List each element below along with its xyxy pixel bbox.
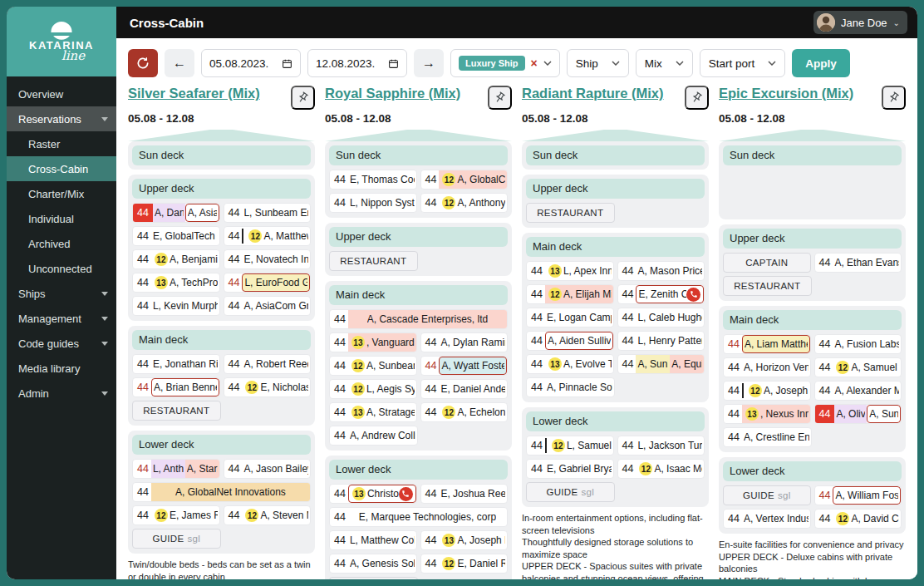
sidebar-item-raster[interactable]: Raster bbox=[7, 131, 116, 156]
cabin-cell[interactable]: 44L, Jackson Turn bbox=[617, 436, 705, 456]
cabin-cell[interactable]: 4412A, Joseph Tu bbox=[723, 381, 811, 401]
cabin-cell[interactable]: 4412A, Samuel Rc bbox=[814, 357, 902, 377]
ship-name-link[interactable]: Silver Seafarer (Mix) bbox=[128, 86, 260, 101]
apply-button[interactable]: Apply bbox=[792, 49, 850, 77]
cabin-cell[interactable]: 44A, Wyatt Foster bbox=[420, 356, 509, 376]
cabin-cell[interactable]: 44A, Vertex Indust bbox=[723, 509, 811, 529]
captain-button[interactable]: CAPTAIN bbox=[723, 253, 811, 273]
cabin-cell[interactable]: 4412E, James Rus bbox=[132, 505, 220, 525]
cabin-cell[interactable]: 4412L, Aegis Syst bbox=[329, 379, 417, 399]
cabin-cell[interactable]: 4412A, Matthew V bbox=[224, 226, 312, 246]
date-from-input[interactable]: 05.08.2023. bbox=[201, 49, 301, 77]
cabin-cell[interactable]: 44A, DanieA, Asial bbox=[132, 203, 220, 223]
cabin-cell[interactable]: 44A, Horizon Venti bbox=[723, 357, 811, 377]
sidebar-item-unconnected[interactable]: Unconnected bbox=[7, 256, 116, 281]
restaurant-button[interactable]: RESTAURANT bbox=[723, 276, 812, 296]
sidebar-item-admin[interactable]: Admin bbox=[7, 381, 116, 406]
sidebar-item-media-library[interactable]: Media library bbox=[7, 356, 116, 381]
cabin-cell[interactable]: 44A, Liam Matthe bbox=[723, 334, 811, 354]
cabin-cell[interactable]: 44E, Gabriel Bryan bbox=[526, 459, 614, 479]
cabin-cell[interactable]: 44A, Genesis Solut bbox=[329, 554, 417, 574]
cabin-cell[interactable]: 44A, Robert Reed bbox=[224, 354, 312, 374]
sidebar-item-cross-cabin[interactable]: Cross-Cabin bbox=[7, 156, 116, 181]
cabin-cell[interactable]: 44L, AnthoA, Starl bbox=[132, 459, 220, 479]
cabin-cell[interactable]: 4412A, Echelon V bbox=[420, 402, 509, 422]
cabin-cell[interactable]: 44E, Thomas Coop bbox=[329, 170, 417, 190]
cabin-cell[interactable]: 44L, Sunbeam Ente bbox=[224, 203, 312, 223]
restaurant-button[interactable]: RESTAURANT bbox=[526, 203, 615, 223]
cabin-cell[interactable]: 44E, Joshua Reed bbox=[420, 484, 509, 504]
cabin-cell[interactable]: 44E, Zenith Co bbox=[617, 284, 705, 304]
next-week-button[interactable]: → bbox=[414, 49, 444, 77]
cabin-cell[interactable]: 44E, Novatech Inc bbox=[224, 249, 312, 269]
cabin-cell[interactable]: 4413L, Apex Innov bbox=[526, 261, 614, 281]
ship-name-link[interactable]: Royal Sapphire (Mix) bbox=[325, 86, 460, 101]
cabin-cell[interactable]: 44A, Alexander Ma bbox=[814, 381, 902, 401]
cabin-cell[interactable]: 44A, GlobalNet Innovations bbox=[132, 482, 311, 502]
cabin-cell[interactable]: 44A, Cascade Enterprises, ltd bbox=[329, 309, 508, 329]
cabin-cell[interactable]: 44A, Andrew Collir bbox=[329, 426, 418, 446]
prev-week-button[interactable]: ← bbox=[165, 49, 194, 77]
start-port-select[interactable]: Start port bbox=[700, 49, 786, 77]
sidebar-item-ships[interactable]: Ships bbox=[7, 281, 116, 306]
chip-remove-icon[interactable]: × bbox=[531, 57, 538, 70]
cabin-cell[interactable]: 4413A, TechPro S bbox=[132, 273, 220, 293]
sidebar-item-overview[interactable]: Overview bbox=[7, 81, 116, 106]
cabin-cell[interactable]: 44A, Mason Price bbox=[617, 261, 705, 281]
sidebar-item-reservations[interactable]: Reservations bbox=[7, 106, 116, 131]
sidebar-item-charter-mix[interactable]: Charter/Mix bbox=[7, 181, 116, 206]
ship-name-link[interactable]: Radiant Rapture (Mix) bbox=[522, 86, 664, 101]
cabin-cell[interactable]: 44E, Logan Campb bbox=[526, 308, 614, 327]
ship-select[interactable]: Ship bbox=[567, 49, 629, 77]
cabin-cell[interactable]: 44L, EuroFood Gn bbox=[224, 273, 312, 293]
cabin-cell[interactable]: 44A, William Foste bbox=[814, 485, 902, 505]
guide-button[interactable]: GUIDEsgl bbox=[329, 577, 418, 579]
cabin-cell[interactable]: 44A, Crestline Ente bbox=[723, 427, 812, 447]
pin-button[interactable] bbox=[488, 86, 512, 110]
cabin-cell[interactable]: 44E, Marquee Technologies, corp bbox=[329, 507, 508, 527]
cabin-cell[interactable]: 4412A, David Coo bbox=[814, 509, 902, 529]
cabin-cell[interactable]: 44L, Kevin Murphy bbox=[132, 296, 220, 316]
cabin-cell[interactable]: 4412A, Isaac Morg bbox=[617, 459, 705, 479]
cabin-cell[interactable]: 44L, Matthew Cole bbox=[329, 530, 417, 550]
cabin-cell[interactable]: 4412A, Elijah Mit bbox=[526, 284, 614, 304]
sidebar-item-code-guides[interactable]: Code guides bbox=[7, 331, 116, 356]
cabin-cell[interactable]: 4413A, Evolve Tec bbox=[526, 354, 614, 374]
cabin-cell[interactable]: 4413, Nexus Innov bbox=[723, 404, 811, 424]
cabin-cell[interactable]: 4412A, Steven Mc bbox=[224, 505, 312, 525]
ship-type-multiselect[interactable]: Luxury Ship × bbox=[450, 49, 560, 77]
mix-select[interactable]: Mix bbox=[636, 49, 693, 77]
cabin-cell[interactable]: 4413A, Joseph Ha bbox=[420, 530, 509, 550]
cabin-cell[interactable]: 44E, GlobalTech C bbox=[132, 226, 220, 246]
cabin-cell[interactable]: 44A, Ethan Evans bbox=[814, 253, 902, 273]
sidebar-item-management[interactable]: Management bbox=[7, 306, 116, 331]
cabin-cell[interactable]: 44A, AsiaCom Gro bbox=[224, 296, 312, 316]
cabin-cell[interactable]: 44E, Daniel Anders bbox=[420, 379, 509, 399]
cabin-cell[interactable]: 4412L, Samuel We bbox=[526, 436, 614, 456]
cabin-cell[interactable]: 44A, Jason Bailey bbox=[224, 459, 312, 479]
restaurant-button[interactable]: RESTAURANT bbox=[132, 401, 221, 421]
ship-name-link[interactable]: Epic Excursion (Mix) bbox=[719, 86, 853, 101]
cabin-cell[interactable]: 44A, Fusion Labs bbox=[814, 334, 902, 354]
cabin-cell[interactable]: 4413Christoph bbox=[329, 484, 417, 504]
cabin-cell[interactable]: 44A, Pinnacle Solu bbox=[526, 377, 615, 397]
user-menu[interactable]: Jane Doe ⌄ bbox=[813, 11, 907, 34]
cabin-cell[interactable]: 4412E, Daniel Ree bbox=[420, 554, 509, 574]
cabin-cell[interactable]: 44A, OliveA, Sunb bbox=[814, 404, 902, 424]
cabin-cell[interactable]: 4412A, Benjamin C bbox=[132, 249, 220, 269]
guide-button[interactable]: GUIDEsgl bbox=[526, 482, 615, 502]
guide-button[interactable]: GUIDEsgl bbox=[723, 485, 811, 505]
cabin-cell[interactable]: 44A, Brian Bennet bbox=[132, 377, 220, 397]
cabin-cell[interactable]: 4412E, Nicholas G bbox=[224, 377, 312, 397]
pin-button[interactable] bbox=[685, 86, 709, 110]
cabin-cell[interactable]: 44A, Aiden Sulliva bbox=[526, 331, 614, 351]
cabin-cell[interactable]: 44E, Jonathan Rive bbox=[132, 354, 220, 374]
cabin-cell[interactable]: 44L, Caleb Hughes bbox=[617, 308, 705, 327]
cabin-cell[interactable]: 44A, Dylan Ramire bbox=[420, 332, 509, 352]
cabin-cell[interactable]: 4412A, Anthony B bbox=[420, 193, 509, 213]
refresh-button[interactable] bbox=[128, 49, 158, 77]
sidebar-item-individual[interactable]: Individual bbox=[7, 206, 116, 231]
cabin-cell[interactable]: 44L, Henry Patters bbox=[617, 331, 705, 351]
guide-button[interactable]: GUIDEsgl bbox=[132, 529, 221, 549]
restaurant-button[interactable]: RESTAURANT bbox=[329, 251, 418, 271]
